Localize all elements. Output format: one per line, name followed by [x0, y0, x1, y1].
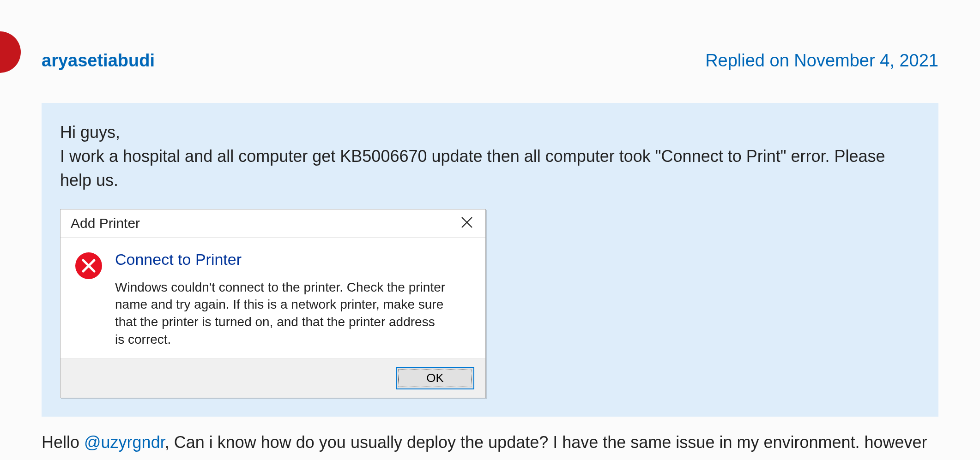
user-mention[interactable]: @uzyrgndr — [84, 433, 165, 452]
quote-text: Hi guys, I work a hospital and all compu… — [60, 120, 920, 193]
dialog-content: Connect to Printer Windows couldn't conn… — [115, 251, 472, 348]
dialog-titlebar: Add Printer — [60, 209, 485, 238]
reply-prefix: Hello — [42, 433, 84, 452]
quoted-reply-block: Hi guys, I work a hospital and all compu… — [42, 103, 938, 417]
reply-date: Replied on November 4, 2021 — [705, 51, 938, 71]
dialog-message: Windows couldn't connect to the printer.… — [115, 279, 448, 348]
reply-body-text: Hello @uzyrgndr, Can i know how do you u… — [0, 417, 980, 454]
reply-rest: , Can i know how do you usually deploy t… — [165, 433, 927, 452]
dialog-heading: Connect to Printer — [115, 251, 472, 269]
close-icon[interactable] — [458, 215, 476, 232]
error-icon — [74, 251, 103, 280]
username-link[interactable]: aryasetiabudi — [42, 51, 155, 71]
dialog-footer: OK — [60, 358, 485, 398]
quote-line-2: I work a hospital and all computer get K… — [60, 147, 885, 190]
add-printer-dialog: Add Printer Connect to — [60, 209, 486, 398]
embedded-screenshot: Add Printer Connect to — [60, 209, 920, 398]
dialog-body: Connect to Printer Windows couldn't conn… — [60, 238, 485, 358]
post-header: aryasetiabudi Replied on November 4, 202… — [0, 0, 980, 71]
dialog-title: Add Printer — [71, 215, 140, 231]
quote-line-1: Hi guys, — [60, 123, 120, 142]
ok-button[interactable]: OK — [396, 367, 474, 389]
